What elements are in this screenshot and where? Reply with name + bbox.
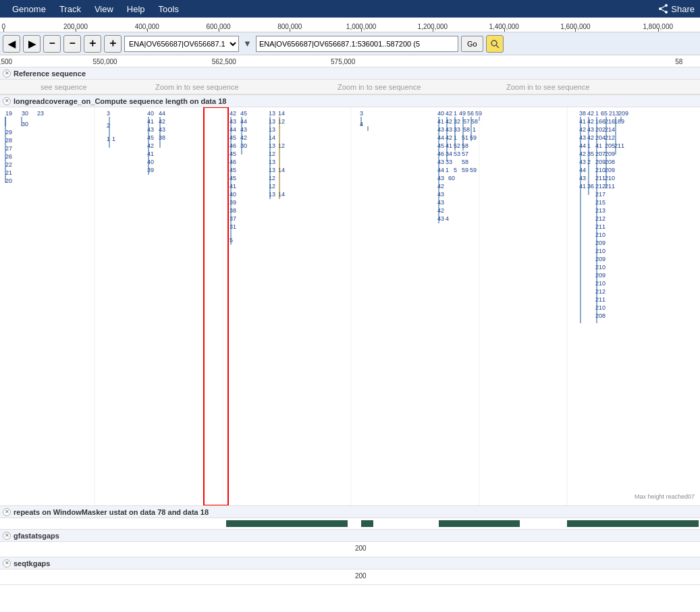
svg-text:60: 60 (448, 175, 455, 182)
menu-view[interactable]: View (88, 0, 120, 18)
zoom-in-button-1[interactable]: ＋ (84, 35, 101, 53)
svg-text:1: 1 (454, 134, 457, 141)
gfastatsgaps-track-row: ✕ gfastatsgaps 200 (0, 530, 700, 557)
svg-text:1: 1 (454, 110, 457, 117)
svg-text:5: 5 (230, 237, 233, 244)
back-button[interactable]: ◀ (3, 35, 20, 53)
zoom-out-button-1[interactable]: － (43, 35, 61, 53)
svg-text:20: 20 (5, 177, 12, 184)
sub-ruler-tick-label: 575,000 (331, 58, 355, 65)
gfastatsgaps-close[interactable]: ✕ (3, 532, 11, 540)
go-button[interactable]: Go (461, 36, 483, 52)
seqtkgaps-content[interactable]: 200 (0, 569, 700, 584)
seqtkgaps-label-bar: ✕ seqtkgaps (0, 557, 700, 569)
svg-text:56: 56 (467, 110, 474, 117)
gfastatsgaps-marker: 200 (355, 545, 367, 552)
ref-seq-content: see sequence Zoom in to see sequence Zoo… (0, 80, 700, 94)
svg-text:38: 38 (579, 110, 586, 117)
zoom-in-button-2[interactable]: ＋ (104, 35, 122, 53)
ref-seq-label: Reference sequence (14, 69, 86, 78)
svg-rect-207 (361, 520, 373, 527)
svg-text:30: 30 (22, 110, 28, 117)
menu-track[interactable]: Track (53, 0, 88, 18)
svg-rect-206 (226, 520, 348, 527)
seqtkgaps-track-row: ✕ seqtkgaps 200 (0, 557, 700, 585)
svg-text:59: 59 (462, 167, 468, 173)
svg-text:2: 2 (587, 159, 591, 165)
share-icon (659, 4, 668, 13)
coverage-close[interactable]: ✕ (3, 97, 11, 105)
svg-rect-205 (204, 107, 228, 505)
sub-ruler: 537,500550,000562,500575,00058 (0, 55, 700, 67)
coverage-svg: 19 30 23 30 29 28 27 26 22 21 20 (0, 107, 700, 505)
svg-text:40: 40 (437, 110, 444, 117)
coverage-content[interactable]: 19 30 23 30 29 28 27 26 22 21 20 (0, 107, 700, 505)
svg-text:57: 57 (463, 118, 470, 125)
share-button[interactable]: Share (659, 4, 695, 14)
seqtkgaps-label: seqtkgaps (14, 559, 50, 567)
svg-line-6 (496, 45, 499, 48)
svg-rect-209 (567, 520, 699, 527)
svg-text:44: 44 (159, 110, 165, 117)
svg-text:57: 57 (462, 150, 468, 157)
region-input[interactable] (256, 36, 458, 52)
ref-seq-see-label: see sequence (41, 83, 87, 91)
ref-seq-zoom-3: Zoom in to see sequence (506, 83, 590, 91)
menu-tools[interactable]: Tools (152, 0, 186, 18)
coverage-track-row: ✕ longreadcoverage_on_Compute sequence l… (0, 95, 700, 506)
svg-text:42: 42 (446, 110, 452, 117)
sub-ruler-tick-label: 550,000 (92, 58, 117, 65)
coverage-label-bar: ✕ longreadcoverage_on_Compute sequence l… (0, 95, 700, 107)
menu-help[interactable]: Help (120, 0, 152, 18)
svg-text:65: 65 (601, 110, 608, 117)
svg-text:21: 21 (5, 169, 12, 176)
menubar: Genome Track View Help Tools Share (0, 0, 700, 18)
svg-text:1: 1 (473, 126, 476, 133)
navigation-bar: ◀ ▶ － － ＋ ＋ ENA|OV656687|OV656687.1 ▼ Go (0, 32, 700, 55)
svg-line-3 (660, 5, 666, 9)
svg-rect-208 (439, 520, 520, 527)
svg-text:213: 213 (609, 110, 619, 117)
svg-text:1: 1 (446, 167, 449, 173)
svg-line-4 (660, 9, 666, 12)
gfastatsgaps-label-bar: ✕ gfastatsgaps (0, 530, 700, 542)
svg-text:42: 42 (230, 110, 236, 117)
svg-text:13: 13 (269, 110, 275, 117)
svg-point-5 (491, 40, 497, 46)
ref-seq-zoom-1: Zoom in to see sequence (155, 83, 239, 91)
svg-text:1: 1 (587, 142, 591, 149)
svg-text:40: 40 (147, 110, 154, 117)
svg-text:27: 27 (5, 145, 12, 152)
svg-text:209: 209 (618, 110, 628, 117)
tracks-area: ✕ Reference sequence see sequence Zoom i… (0, 67, 700, 612)
location-select[interactable]: ENA|OV656687|OV656687.1 (124, 36, 239, 52)
svg-text:42: 42 (587, 110, 594, 117)
svg-text:5: 5 (454, 167, 457, 173)
coverage-label: longreadcoverage_on_Compute sequence len… (14, 97, 226, 105)
ref-seq-zoom-2: Zoom in to see sequence (338, 83, 421, 91)
svg-text:26: 26 (5, 153, 12, 160)
sub-ruler-tick-label: 58 (675, 58, 682, 65)
svg-text:28: 28 (5, 137, 12, 144)
ref-seq-close[interactable]: ✕ (3, 69, 11, 78)
svg-text:59: 59 (470, 167, 477, 173)
repeats-content[interactable] (0, 518, 700, 529)
sub-ruler-tick-label: 537,500 (0, 58, 12, 65)
svg-text:58: 58 (471, 118, 478, 125)
svg-text:23: 23 (37, 110, 44, 117)
menu-genome[interactable]: Genome (5, 0, 53, 18)
seqtkgaps-close[interactable]: ✕ (3, 559, 11, 567)
svg-text:14: 14 (278, 110, 285, 117)
gfastatsgaps-content[interactable]: 200 (0, 542, 700, 557)
svg-text:22: 22 (5, 161, 12, 168)
ref-seq-label-bar: ✕ Reference sequence (0, 67, 700, 80)
repeats-track-row: ✕ repeats on WindowMasker ustat on data … (0, 506, 700, 530)
repeats-close[interactable]: ✕ (3, 508, 11, 516)
search-icon-button[interactable] (486, 35, 504, 53)
svg-text:1: 1 (107, 136, 110, 142)
repeats-label: repeats on WindowMasker ustat on data 78… (14, 508, 209, 516)
svg-text:29: 29 (5, 129, 12, 136)
zoom-out-button-2[interactable]: － (63, 35, 81, 53)
forward-button[interactable]: ▶ (23, 35, 41, 53)
repeats-svg (0, 518, 700, 529)
